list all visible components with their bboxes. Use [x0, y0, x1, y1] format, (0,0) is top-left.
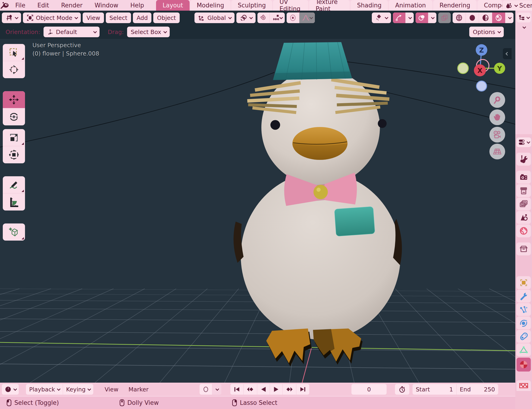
chevron-down-icon[interactable] — [522, 25, 526, 29]
tab-shading[interactable]: Shading — [351, 0, 388, 11]
auto-key-toggle[interactable] — [200, 384, 212, 395]
object-menu[interactable]: Object — [153, 12, 180, 23]
scene-selector[interactable]: Scene — [503, 0, 532, 11]
falloff-button[interactable] — [299, 12, 315, 23]
tab-sculpting[interactable]: Sculpting — [231, 0, 272, 11]
tab-world[interactable] — [516, 224, 531, 237]
timeline-editor-button[interactable] — [2, 384, 19, 395]
transform-orientation[interactable]: Global — [194, 12, 235, 23]
pivot-point-button[interactable] — [236, 12, 256, 23]
chevron-down-icon — [309, 16, 313, 19]
tool-alt-indicator — [21, 190, 24, 192]
menu-edit[interactable]: Edit — [31, 0, 55, 11]
menu-render[interactable]: Render — [55, 0, 89, 11]
jump-to-end-button[interactable] — [296, 384, 309, 395]
tab-constraints[interactable] — [516, 330, 531, 343]
gizmo-visibility-button[interactable] — [372, 12, 391, 23]
tab-layout[interactable]: Layout — [156, 0, 189, 11]
gizmo-dropdown[interactable] — [406, 12, 414, 23]
select-box-tool[interactable] — [3, 44, 25, 61]
show-gizmos-toggle[interactable] — [393, 12, 406, 23]
overlays-toggle[interactable] — [416, 12, 428, 23]
shading-rendered[interactable] — [492, 12, 505, 23]
play-button[interactable] — [270, 384, 283, 395]
add-cube-tool[interactable] — [3, 223, 25, 241]
auto-key-dropdown[interactable] — [212, 384, 221, 395]
chevron-down-icon — [13, 387, 17, 391]
auto-keying-group — [200, 384, 221, 395]
tab-texture[interactable] — [516, 380, 531, 391]
current-frame-field[interactable]: 0 — [352, 384, 387, 395]
snap-target-button[interactable] — [270, 12, 285, 23]
add-menu[interactable]: Add — [133, 12, 152, 23]
overlays-dropdown[interactable] — [428, 12, 436, 23]
move-tool[interactable] — [3, 91, 25, 108]
sidebar-collapse-button[interactable] — [503, 48, 512, 59]
start-frame-field[interactable]: Start 1 — [413, 384, 456, 395]
tab-scene[interactable] — [516, 211, 531, 224]
shading-dropdown[interactable] — [505, 12, 513, 23]
view-menu[interactable]: View — [83, 12, 104, 23]
jump-to-start-button[interactable] — [230, 384, 244, 395]
end-frame-field[interactable]: End 250 — [456, 384, 498, 395]
tab-physics[interactable] — [516, 316, 531, 329]
tab-material[interactable] — [516, 358, 531, 372]
tab-compositing[interactable]: Compositing — [477, 0, 502, 11]
tab-collection[interactable] — [516, 242, 531, 255]
measure-tool[interactable] — [3, 193, 25, 211]
select-menu[interactable]: Select — [106, 12, 131, 23]
mode-selector[interactable]: Object Mode — [23, 12, 81, 23]
scale-tool[interactable] — [3, 129, 25, 146]
menu-file[interactable]: File — [9, 0, 31, 11]
tab-texture-paint[interactable]: Texture Paint — [309, 0, 350, 11]
gizmo-z[interactable]: Z — [479, 46, 484, 54]
shading-solid[interactable] — [466, 12, 479, 23]
menu-help[interactable]: Help — [124, 0, 150, 11]
timeline-view-menu[interactable]: View — [105, 383, 118, 396]
cursor-tool[interactable] — [3, 61, 25, 78]
prev-keyframe-button[interactable] — [244, 384, 257, 395]
tab-output[interactable] — [516, 184, 531, 197]
next-keyframe-button[interactable] — [283, 384, 296, 395]
gizmo-x[interactable]: X — [477, 67, 483, 74]
orientation-dropdown[interactable]: Default — [44, 27, 100, 37]
use-preview-range-button[interactable] — [395, 384, 409, 395]
shading-material[interactable] — [479, 12, 492, 23]
tab-data[interactable] — [516, 343, 531, 356]
proportional-toggle[interactable] — [287, 12, 299, 23]
options-button[interactable]: Options — [469, 27, 504, 37]
annotate-tool[interactable] — [3, 176, 25, 193]
blender-logo-icon[interactable] — [0, 0, 9, 11]
shading-wireframe[interactable] — [453, 12, 466, 23]
tab-view-layer[interactable] — [516, 197, 531, 211]
tab-particles[interactable] — [516, 303, 531, 316]
properties-editor-button[interactable] — [516, 137, 531, 147]
projection-toggle-button[interactable] — [489, 144, 505, 159]
tab-modeling[interactable]: Modeling — [190, 0, 231, 11]
zoom-button[interactable] — [489, 92, 505, 108]
drag-dropdown[interactable]: Select Box — [127, 27, 170, 37]
play-reverse-button[interactable] — [257, 384, 270, 395]
editor-type-button[interactable] — [2, 12, 21, 23]
tab-tool[interactable] — [516, 153, 531, 166]
snap-toggle[interactable] — [257, 12, 270, 23]
xray-toggle[interactable] — [438, 12, 451, 23]
playback-menu[interactable]: Playback — [26, 384, 63, 395]
physics-icon — [519, 318, 528, 327]
viewport-3d[interactable]: Z X Y User Perspective (0) flower | Sphe… — [0, 39, 515, 383]
outliner-editor-button[interactable] — [517, 13, 531, 22]
tab-animation[interactable]: Animation — [389, 0, 432, 11]
tab-uv-editing[interactable]: UV Editing — [273, 0, 308, 11]
gizmo-y[interactable]: Y — [497, 65, 502, 72]
tab-render[interactable] — [516, 171, 531, 184]
rotate-tool[interactable] — [3, 108, 25, 125]
menu-window[interactable]: Window — [88, 0, 124, 11]
tab-modifiers[interactable] — [516, 290, 531, 303]
tab-object[interactable] — [516, 276, 531, 289]
tab-rendering[interactable]: Rendering — [433, 0, 477, 11]
pan-button[interactable] — [489, 109, 505, 125]
timeline-marker-menu[interactable]: Marker — [128, 383, 148, 396]
camera-view-button[interactable] — [489, 127, 505, 142]
keying-menu[interactable]: Keying — [63, 384, 93, 395]
transform-tool[interactable] — [3, 146, 25, 163]
